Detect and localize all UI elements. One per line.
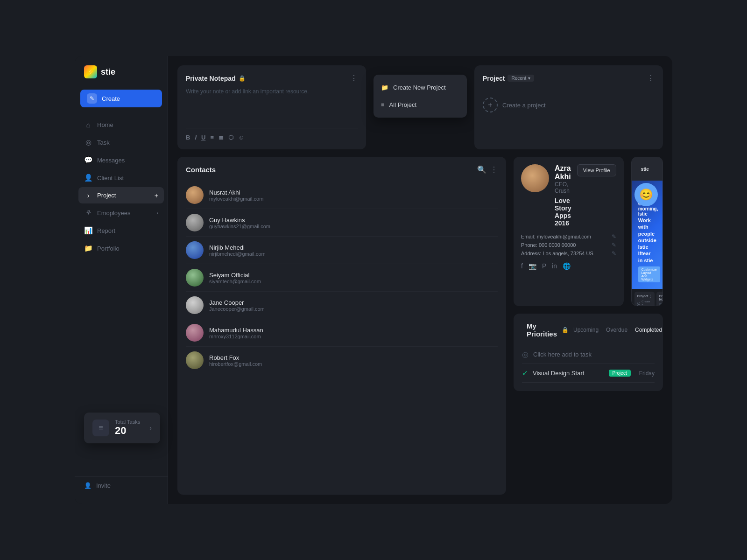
invite-label: Invite xyxy=(96,482,111,489)
create-icon: ✎ xyxy=(87,93,97,104)
contact-name: Seiyam Official xyxy=(209,272,261,279)
phone-edit-icon[interactable]: ✎ xyxy=(612,242,616,248)
all-project-item[interactable]: ≡ All Project xyxy=(374,97,467,113)
sidebar-item-project[interactable]: › Project + xyxy=(78,187,164,203)
tab-overdue[interactable]: Overdue xyxy=(606,327,627,333)
sidebar-label-project: Project xyxy=(97,192,116,199)
contact-item[interactable]: Jane Cooper Janecooper@gmail.com xyxy=(186,292,498,319)
sidebar-item-report[interactable]: 📊 Report xyxy=(78,222,164,239)
ordered-list-button[interactable]: ≣ xyxy=(218,134,224,141)
profile-avatar xyxy=(521,164,549,192)
logo-icon: ⚡ xyxy=(84,65,97,78)
all-project-label: All Project xyxy=(389,101,417,108)
priority-add-task[interactable]: ◎ Click here add to task xyxy=(522,345,655,364)
preview-logo-text: stie xyxy=(641,167,649,172)
contact-item[interactable]: Seiyam Official siyamtech@gmail.com xyxy=(186,264,498,292)
email-edit-icon[interactable]: ✎ xyxy=(612,233,616,240)
address-edit-icon[interactable]: ✎ xyxy=(612,250,616,257)
profile-address-row: Address: Los angels, 73254 US ✎ xyxy=(521,250,616,257)
total-tasks-count: 20 xyxy=(115,425,140,437)
linkedin-icon[interactable]: in xyxy=(552,262,557,270)
bold-button[interactable]: B xyxy=(186,134,190,141)
project-recent-badge[interactable]: Recent ▾ xyxy=(507,75,534,82)
link-button[interactable]: ⬡ xyxy=(228,134,233,141)
tab-upcoming[interactable]: Upcoming xyxy=(573,327,599,333)
priority-task-item[interactable]: ✓ Visual Design Start Project Friday xyxy=(522,364,655,383)
contact-name: Robert Fox xyxy=(209,354,262,361)
social-links: f 📷 P in 🌐 xyxy=(521,262,616,270)
sidebar-item-home[interactable]: ⌂ Home xyxy=(78,117,164,133)
sidebar-label-messages: Messages xyxy=(97,157,125,164)
contact-email: mhroxy3112gmail.com xyxy=(209,334,263,339)
preview-customize-btn[interactable]: Customize Layout Add Widgets xyxy=(638,266,660,282)
contact-avatar xyxy=(186,186,204,204)
sidebar-item-portfolio[interactable]: 📁 Portfolio xyxy=(78,240,164,257)
contact-item[interactable]: Mahamudul Hassan mhroxy3112gmail.com xyxy=(186,319,498,347)
sidebar-item-client-list[interactable]: 👤 Client List xyxy=(78,169,164,186)
employees-chevron-icon: › xyxy=(156,210,158,216)
contact-item[interactable]: Guy Hawkins guyhawkins21@gmail.com xyxy=(186,209,498,237)
preview-banner: Friday, November 25 Good morning, Istie … xyxy=(632,181,662,289)
pinterest-icon[interactable]: P xyxy=(542,262,546,270)
notepad-lock-icon: 🔒 xyxy=(239,75,246,82)
total-tasks-label: Total Tasks xyxy=(115,419,140,425)
mini-panels-grid: Project ⋮ + Create a project xyxy=(632,289,662,306)
tab-completed[interactable]: Completed xyxy=(635,327,662,333)
logo: ⚡ stie xyxy=(75,65,168,90)
contact-item[interactable]: Nusrat Akhi myloveakhi@gmail.com xyxy=(186,182,498,209)
emoji-button[interactable]: ☺ xyxy=(238,134,244,141)
contact-avatar xyxy=(186,351,204,369)
create-project-button[interactable]: + Create a project xyxy=(483,98,655,112)
priority-project-badge: Project xyxy=(609,370,631,377)
contact-name: Jane Cooper xyxy=(209,299,265,306)
sidebar-item-task[interactable]: ◎ Task xyxy=(78,134,164,151)
italic-button[interactable]: I xyxy=(195,134,197,141)
contact-item[interactable]: Robert Fox hirobertfox@gmail.com xyxy=(186,347,498,374)
project-menu-icon[interactable]: ⋮ xyxy=(647,74,655,83)
create-project-dashed-icon: + xyxy=(483,98,498,112)
contacts-panel: Contacts 🔍 ⋮ Nusrat Akhi myloveakhi@gmai… xyxy=(177,157,506,495)
create-project-item[interactable]: 📁 Create New Project xyxy=(374,79,467,96)
contact-avatar xyxy=(186,296,204,314)
contacts-search-icon[interactable]: 🔍 xyxy=(477,165,486,174)
list-button[interactable]: ≡ xyxy=(210,134,214,141)
view-profile-button[interactable]: View Profile xyxy=(577,164,616,176)
notepad-toolbar: B I U ≡ ≣ ⬡ ☺ xyxy=(186,128,358,141)
contacts-panel-title: Contacts xyxy=(186,166,477,174)
project-add-icon[interactable]: + xyxy=(155,192,158,199)
profile-phone-row: Phone: 000 0000 00000 ✎ xyxy=(521,242,616,248)
notepad-menu-icon[interactable]: ⋮ xyxy=(350,74,358,83)
total-tasks-arrow-icon[interactable]: › xyxy=(149,424,152,432)
client-icon: 👤 xyxy=(84,174,92,182)
sidebar-label-task: Task xyxy=(97,139,110,146)
mini-create-project: + Create a project xyxy=(637,300,652,306)
contact-email: siyamtech@gmail.com xyxy=(209,279,261,284)
sidebar-label-home: Home xyxy=(97,121,113,128)
priorities-section: My Priorities 🔒 Upcoming Overdue Complet… xyxy=(514,314,663,391)
mini-notepad-panel: Private Notepad ⋮ Write your note or add… xyxy=(656,292,663,306)
facebook-icon[interactable]: f xyxy=(521,262,523,270)
contact-name: Guy Hawkins xyxy=(209,217,270,224)
profile-title: CEO, Crush xyxy=(555,181,571,194)
website-icon[interactable]: 🌐 xyxy=(563,262,571,270)
priority-day: Friday xyxy=(639,370,655,377)
portfolio-icon: 📁 xyxy=(84,244,92,252)
contacts-menu-icon[interactable]: ⋮ xyxy=(490,165,498,174)
home-icon: ⌂ xyxy=(84,121,92,129)
report-icon: 📊 xyxy=(84,226,92,235)
invite-button[interactable]: 👤 Invite xyxy=(84,482,158,489)
create-button[interactable]: ✎ Create xyxy=(80,90,162,107)
sidebar-label-portfolio: Portfolio xyxy=(97,245,120,252)
create-label: Create xyxy=(102,95,120,102)
create-project-icon: 📁 xyxy=(381,84,388,91)
priority-check-icon-1: ◎ xyxy=(522,350,529,359)
notepad-placeholder[interactable]: Write your note or add link an important… xyxy=(186,88,358,128)
instagram-icon[interactable]: 📷 xyxy=(529,262,536,270)
sidebar-item-employees[interactable]: ⚘ Emoployees › xyxy=(78,204,164,221)
underline-button[interactable]: U xyxy=(201,134,205,141)
contact-avatar xyxy=(186,324,204,342)
contact-item[interactable]: Nirjib Mehedi nirjibmehedi@gmail.com xyxy=(186,237,498,264)
all-project-icon: ≡ xyxy=(381,101,385,108)
sidebar-item-messages[interactable]: 💬 Messages xyxy=(78,152,164,168)
priority-task-name: Visual Design Start xyxy=(533,370,584,377)
